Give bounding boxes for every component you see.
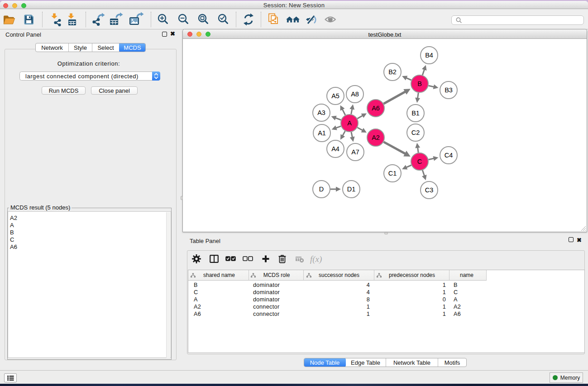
svg-text:C4: C4 (445, 152, 453, 159)
svg-text:A4: A4 (331, 145, 339, 152)
svg-text:B: B (417, 80, 422, 87)
svg-text:C3: C3 (425, 186, 434, 194)
svg-text:C: C (417, 158, 422, 165)
svg-text:B1: B1 (411, 110, 420, 117)
svg-text:A1: A1 (318, 129, 326, 137)
svg-text:D1: D1 (347, 186, 356, 193)
svg-text:D: D (319, 186, 324, 193)
svg-text:A6: A6 (372, 105, 380, 112)
svg-text:B3: B3 (445, 86, 453, 94)
svg-text:A5: A5 (331, 92, 339, 100)
svg-text:A7: A7 (351, 148, 359, 156)
svg-text:C2: C2 (411, 129, 420, 136)
svg-text:B4: B4 (425, 52, 433, 59)
svg-text:C1: C1 (388, 170, 397, 177)
svg-text:A2: A2 (372, 134, 380, 141)
svg-text:A3: A3 (317, 109, 325, 116)
svg-text:A: A (347, 119, 352, 127)
svg-text:A8: A8 (351, 91, 359, 98)
svg-text:B2: B2 (388, 68, 397, 76)
